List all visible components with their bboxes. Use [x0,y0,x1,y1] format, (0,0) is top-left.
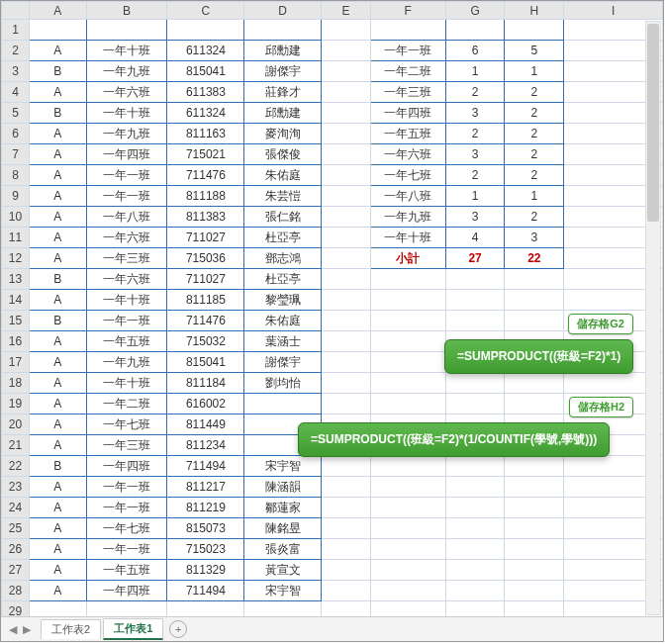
cell-D4[interactable]: 莊鋒才 [244,82,322,103]
cell-G5[interactable]: 3 [445,103,505,124]
col-header-E[interactable]: E [322,2,371,20]
cell-A17[interactable]: A [29,352,86,373]
cell-G7[interactable]: 3 [445,144,505,165]
cell-F3[interactable]: 一年二班 [370,61,445,82]
col-header-H[interactable]: H [505,2,564,20]
row-26[interactable]: 26A一年一班715023張炎富 [2,539,663,560]
col-header-I[interactable]: I [564,2,663,20]
cell-F24[interactable] [370,498,445,518]
cell-A8[interactable]: A [29,165,86,186]
cell-G4[interactable]: 2 [445,82,505,103]
cell-H9[interactable]: 1 [505,186,564,207]
col-header-A[interactable]: A [29,2,86,20]
cell-G26[interactable] [445,539,505,560]
cell-A21[interactable]: A [29,435,86,456]
cell-F13[interactable] [370,269,445,290]
cell-A4[interactable]: A [29,82,86,103]
cell-D27[interactable]: 黃宣文 [244,560,322,581]
cell-E1[interactable] [322,20,371,41]
row-header-20[interactable]: 20 [2,414,30,435]
cell-G15[interactable] [445,311,505,331]
cell-F7[interactable]: 一年六班 [370,144,445,165]
tab-nav-next-icon[interactable]: ▶ [21,623,33,636]
cell-H4[interactable]: 2 [505,82,564,103]
cell-A28[interactable]: A [29,581,86,601]
row-2[interactable]: 2A一年十班611324邱勳建一年一班65 [2,41,663,61]
cell-A5[interactable]: B [29,103,86,124]
cell-B7[interactable]: 一年四班 [86,144,167,165]
cell-E7[interactable] [322,144,371,165]
row-28[interactable]: 28A一年四班711494宋宇智 [2,581,663,601]
cell-H25[interactable] [505,518,564,539]
cell-G24[interactable] [445,498,505,518]
tab-nav-prev-icon[interactable]: ◀ [7,623,19,636]
cell-E5[interactable] [322,103,371,124]
cell-C27[interactable]: 811329 [167,560,244,581]
cell-D28[interactable]: 宋宇智 [244,581,322,601]
cell-A14[interactable]: A [29,290,86,311]
cell-H2[interactable]: 5 [505,41,564,61]
cell-C23[interactable]: 811217 [167,477,244,498]
row-1[interactable]: 1管道班級學號姓名班級人次人數 [2,20,663,41]
cell-G3[interactable]: 1 [445,61,505,82]
row-header-21[interactable]: 21 [2,435,30,456]
cell-C12[interactable]: 715036 [167,248,244,269]
cell-F15[interactable] [370,311,445,331]
cell-H5[interactable]: 2 [505,103,564,124]
cell-G11[interactable]: 4 [445,228,505,248]
cell-B29[interactable] [86,601,167,618]
cell-F6[interactable]: 一年五班 [370,124,445,144]
cell-G10[interactable]: 3 [445,207,505,228]
row-header-28[interactable]: 28 [2,581,30,601]
row-5[interactable]: 5B一年十班611324邱勳建一年四班32 [2,103,663,124]
cell-F18[interactable] [370,373,445,394]
cell-C5[interactable]: 611324 [167,103,244,124]
cell-C22[interactable]: 711494 [167,456,244,477]
cell-C1[interactable]: 學號 [167,20,244,41]
cell-E29[interactable] [322,601,371,618]
row-22[interactable]: 22B一年四班711494宋宇智 [2,456,663,477]
cell-C2[interactable]: 611324 [167,41,244,61]
cell-E18[interactable] [322,373,371,394]
cell-A25[interactable]: A [29,518,86,539]
cell-C24[interactable]: 811219 [167,498,244,518]
row-header-4[interactable]: 4 [2,82,30,103]
row-4[interactable]: 4A一年六班611383莊鋒才一年三班22 [2,82,663,103]
cell-C7[interactable]: 715021 [167,144,244,165]
cell-B21[interactable]: 一年三班 [86,435,167,456]
row-header-2[interactable]: 2 [2,41,30,61]
cell-A18[interactable]: A [29,373,86,394]
cell-F10[interactable]: 一年九班 [370,207,445,228]
cell-B22[interactable]: 一年四班 [86,456,167,477]
cell-B8[interactable]: 一年一班 [86,165,167,186]
row-header-29[interactable]: 29 [2,601,30,618]
cell-A19[interactable]: A [29,394,86,414]
cell-B12[interactable]: 一年三班 [86,248,167,269]
cell-F14[interactable] [370,290,445,311]
cell-C25[interactable]: 815073 [167,518,244,539]
column-header-row[interactable]: A B C D E F G H I [2,2,663,20]
cell-C21[interactable]: 811234 [167,435,244,456]
cell-A16[interactable]: A [29,331,86,352]
cell-F16[interactable] [370,331,445,352]
cell-C17[interactable]: 815041 [167,352,244,373]
cell-B23[interactable]: 一年一班 [86,477,167,498]
cell-H7[interactable]: 2 [505,144,564,165]
cell-G9[interactable]: 1 [445,186,505,207]
cell-D8[interactable]: 朱佑庭 [244,165,322,186]
cell-E11[interactable] [322,228,371,248]
cell-A23[interactable]: A [29,477,86,498]
cell-G18[interactable] [445,373,505,394]
cell-D2[interactable]: 邱勳建 [244,41,322,61]
cell-B16[interactable]: 一年五班 [86,331,167,352]
row-header-22[interactable]: 22 [2,456,30,477]
row-header-15[interactable]: 15 [2,311,30,331]
cell-A22[interactable]: B [29,456,86,477]
sheet-tab-1[interactable]: 工作表1 [103,618,163,640]
cell-H24[interactable] [505,498,564,518]
cell-B1[interactable]: 班級 [86,20,167,41]
cell-F28[interactable] [370,581,445,601]
cell-H6[interactable]: 2 [505,124,564,144]
cell-G29[interactable] [445,601,505,618]
add-sheet-button[interactable]: + [169,620,187,638]
